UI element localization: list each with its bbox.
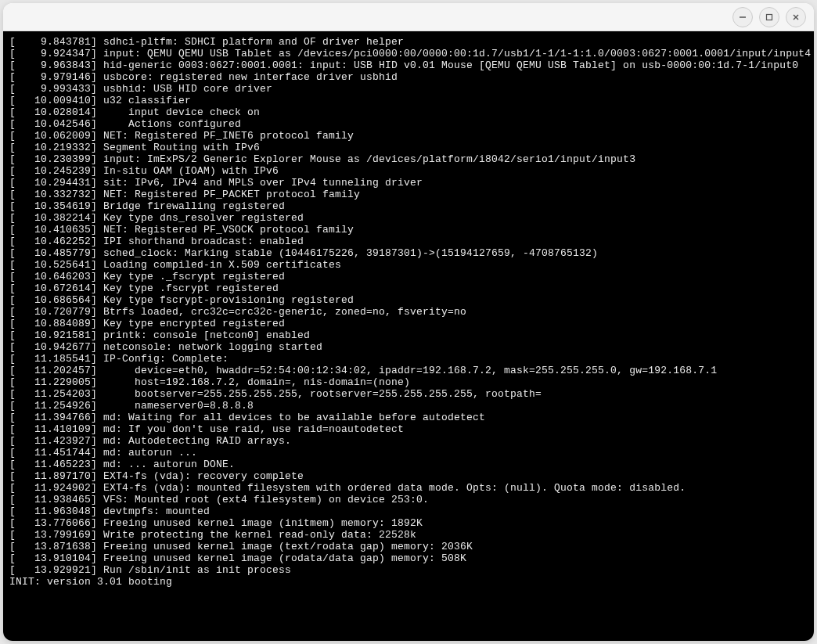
log-line: [ 9.979146] usbcore: registered new inte… bbox=[9, 71, 808, 83]
log-line: [ 10.410635] NET: Registered PF_VSOCK pr… bbox=[9, 224, 808, 236]
log-line: [ 10.672614] Key type .fscrypt registere… bbox=[9, 282, 808, 294]
log-line: [ 11.394766] md: Waiting for all devices… bbox=[9, 412, 808, 423]
log-line: [ 11.185541] IP-Config: Complete: bbox=[9, 353, 808, 365]
svg-rect-1 bbox=[767, 14, 772, 20]
log-line: [ 10.462252] IPI shorthand broadcast: en… bbox=[9, 236, 808, 247]
log-line: [ 10.219332] Segment Routing with IPv6 bbox=[9, 142, 808, 153]
minimize-button[interactable] bbox=[732, 7, 753, 27]
log-line: [ 10.009410] u32 classifier bbox=[9, 95, 808, 106]
log-line: [ 9.963843] hid-generic 0003:0627:0001.0… bbox=[9, 59, 808, 71]
log-line: [ 10.686564] Key type fscrypt-provisioni… bbox=[9, 294, 808, 306]
log-line: [ 11.938465] VFS: Mounted root (ext4 fil… bbox=[9, 494, 808, 505]
log-line: [ 10.646203] Key type ._fscrypt register… bbox=[9, 271, 808, 282]
log-line: [ 11.963048] devtmpfs: mounted bbox=[9, 505, 808, 517]
log-line: [ 11.410109] md: If you don't use raid, … bbox=[9, 423, 808, 435]
log-line: [ 13.799169] Write protecting the kernel… bbox=[9, 529, 808, 541]
log-line: [ 10.294431] sit: IPv6, IPv4 and MPLS ov… bbox=[9, 177, 808, 189]
log-line: [ 10.921581] printk: console [netcon0] e… bbox=[9, 329, 808, 341]
log-line: [ 10.525641] Loading compiled-in X.509 c… bbox=[9, 259, 808, 271]
log-line: [ 10.062009] NET: Registered PF_INET6 pr… bbox=[9, 130, 808, 142]
log-line: [ 11.924902] EXT4-fs (vda): mounted file… bbox=[9, 482, 808, 494]
log-line: [ 9.993433] usbhid: USB HID core driver bbox=[9, 83, 808, 95]
maximize-icon bbox=[765, 13, 773, 21]
log-line: [ 10.382214] Key type dns_resolver regis… bbox=[9, 212, 808, 224]
log-line: [ 9.843781] sdhci-pltfm: SDHCI platform … bbox=[9, 36, 808, 48]
terminal-window: [ 9.843781] sdhci-pltfm: SDHCI platform … bbox=[3, 3, 814, 641]
titlebar bbox=[3, 3, 814, 31]
log-line: [ 13.929921] Run /sbin/init as init proc… bbox=[9, 564, 808, 576]
log-line: [ 13.910104] Freeing unused kernel image… bbox=[9, 552, 808, 564]
log-line: [ 13.776066] Freeing unused kernel image… bbox=[9, 517, 808, 529]
log-line: [ 10.354619] Bridge firewalling register… bbox=[9, 200, 808, 212]
log-line: [ 10.230399] input: ImExPS/2 Generic Exp… bbox=[9, 153, 808, 165]
log-line: [ 11.254203] bootserver=255.255.255.255,… bbox=[9, 388, 808, 400]
log-line: [ 10.485779] sched_clock: Marking stable… bbox=[9, 247, 808, 259]
log-line: [ 9.924347] input: QEMU QEMU USB Tablet … bbox=[9, 48, 808, 59]
log-line: [ 11.423927] md: Autodetecting RAID arra… bbox=[9, 435, 808, 447]
log-line: [ 13.871638] Freeing unused kernel image… bbox=[9, 541, 808, 552]
maximize-button[interactable] bbox=[759, 7, 779, 27]
close-icon bbox=[792, 13, 800, 21]
minimize-icon bbox=[739, 13, 747, 21]
log-line: [ 11.451744] md: autorun ... bbox=[9, 447, 808, 459]
log-line: [ 10.028014] input device check on bbox=[9, 106, 808, 118]
close-button[interactable] bbox=[786, 7, 806, 27]
log-line: [ 11.465223] md: ... autorun DONE. bbox=[9, 459, 808, 470]
log-line: [ 11.202457] device=eth0, hwaddr=52:54:0… bbox=[9, 365, 808, 376]
log-line: [ 10.245239] In-situ OAM (IOAM) with IPv… bbox=[9, 165, 808, 177]
log-line: [ 11.229005] host=192.168.7.2, domain=, … bbox=[9, 376, 808, 388]
log-line: INIT: version 3.01 booting bbox=[9, 576, 808, 588]
log-line: [ 11.254926] nameserver0=8.8.8.8 bbox=[9, 400, 808, 412]
log-line: [ 10.942677] netconsole: network logging… bbox=[9, 341, 808, 353]
log-line: [ 10.042546] Actions configured bbox=[9, 118, 808, 130]
log-line: [ 10.332732] NET: Registered PF_PACKET p… bbox=[9, 189, 808, 200]
terminal-output[interactable]: [ 9.843781] sdhci-pltfm: SDHCI platform … bbox=[3, 31, 814, 641]
log-line: [ 10.720779] Btrfs loaded, crc32c=crc32c… bbox=[9, 306, 808, 318]
log-line: [ 11.897170] EXT4-fs (vda): recovery com… bbox=[9, 470, 808, 482]
log-line: [ 10.884089] Key type encrypted register… bbox=[9, 318, 808, 329]
